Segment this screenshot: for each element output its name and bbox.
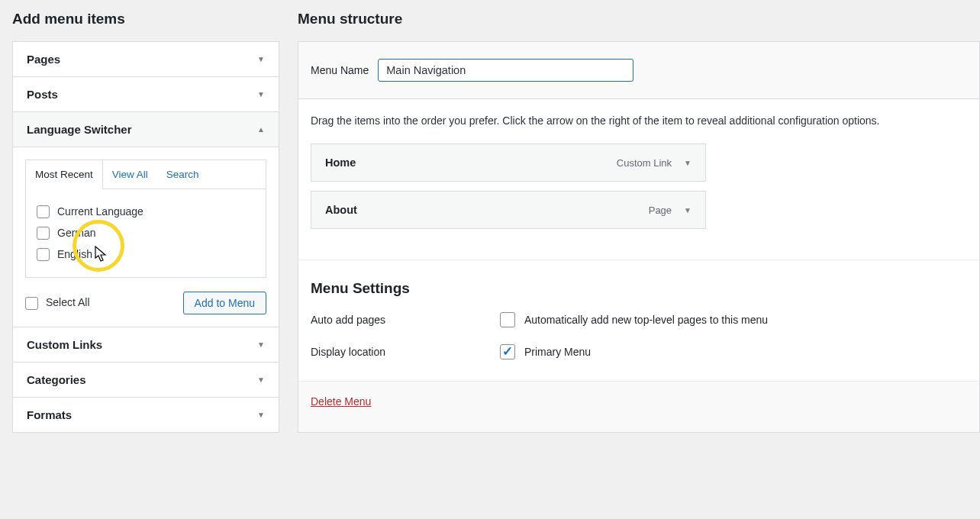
checkbox-german[interactable] — [37, 227, 50, 240]
panel-pages[interactable]: Pages ▼ — [13, 42, 279, 77]
auto-add-pages-option[interactable]: Automatically add new top-level pages to… — [524, 314, 768, 326]
chevron-down-icon[interactable]: ▼ — [684, 206, 691, 214]
menu-name-input[interactable] — [378, 59, 633, 82]
panel-language-switcher[interactable]: Language Switcher ▲ — [13, 112, 279, 147]
checkbox-primary-menu[interactable] — [500, 344, 515, 359]
panel-language-switcher-label: Language Switcher — [27, 123, 132, 136]
checkbox-select-all[interactable] — [25, 297, 38, 310]
checkbox-current-language[interactable] — [37, 205, 50, 218]
panel-pages-label: Pages — [27, 53, 60, 66]
chevron-down-icon: ▼ — [257, 90, 265, 98]
language-tabs: Most Recent View All Search Current Lang… — [25, 160, 266, 278]
menu-panel: Menu Name Drag the items into the order … — [298, 41, 980, 433]
accordion: Pages ▼ Posts ▼ Language Switcher ▲ Most… — [12, 41, 279, 433]
display-location-label: Display location — [311, 346, 500, 358]
label-german[interactable]: German — [57, 224, 96, 243]
panel-formats-label: Formats — [27, 408, 72, 421]
menu-item-home-type: Custom Link — [617, 157, 672, 169]
panel-posts[interactable]: Posts ▼ — [13, 77, 279, 112]
chevron-down-icon: ▼ — [257, 376, 265, 384]
tab-view-all[interactable]: View All — [103, 160, 157, 189]
instructions: Drag the items into the order you prefer… — [298, 99, 979, 130]
menu-structure-title: Menu structure — [298, 11, 980, 27]
tab-most-recent[interactable]: Most Recent — [25, 160, 103, 189]
menu-settings-title: Menu Settings — [311, 280, 967, 297]
auto-add-pages-label: Auto add pages — [311, 314, 500, 326]
menu-item-home-title: Home — [325, 156, 356, 169]
panel-custom-links-label: Custom Links — [27, 338, 102, 351]
menu-name-label: Menu Name — [311, 64, 369, 76]
menu-item-about[interactable]: About Page ▼ — [311, 191, 706, 229]
menu-item-about-title: About — [325, 204, 357, 216]
panel-posts-label: Posts — [27, 88, 58, 101]
add-to-menu-button[interactable]: Add to Menu — [183, 292, 266, 314]
menu-item-home[interactable]: Home Custom Link ▼ — [311, 143, 706, 182]
delete-menu-link[interactable]: Delete Menu — [311, 395, 371, 408]
panel-categories[interactable]: Categories ▼ — [13, 363, 279, 398]
label-select-all[interactable]: Select All — [46, 294, 90, 312]
panel-language-switcher-body: Most Recent View All Search Current Lang… — [13, 147, 279, 327]
chevron-down-icon: ▼ — [257, 55, 265, 63]
tab-search[interactable]: Search — [157, 160, 208, 189]
checkbox-auto-add-pages[interactable] — [500, 312, 515, 327]
chevron-down-icon[interactable]: ▼ — [684, 159, 691, 167]
chevron-down-icon: ▼ — [257, 411, 265, 419]
label-current-language[interactable]: Current Language — [57, 203, 143, 221]
panel-custom-links[interactable]: Custom Links ▼ — [13, 327, 279, 363]
label-english[interactable]: English — [57, 246, 92, 264]
chevron-up-icon: ▲ — [257, 125, 265, 134]
panel-formats[interactable]: Formats ▼ — [13, 398, 279, 432]
checkbox-english[interactable] — [37, 248, 50, 261]
panel-categories-label: Categories — [27, 373, 86, 386]
chevron-down-icon: ▼ — [257, 340, 265, 349]
display-location-option[interactable]: Primary Menu — [524, 346, 591, 358]
add-menu-items-title: Add menu items — [12, 11, 279, 27]
menu-item-about-type: Page — [649, 205, 672, 216]
